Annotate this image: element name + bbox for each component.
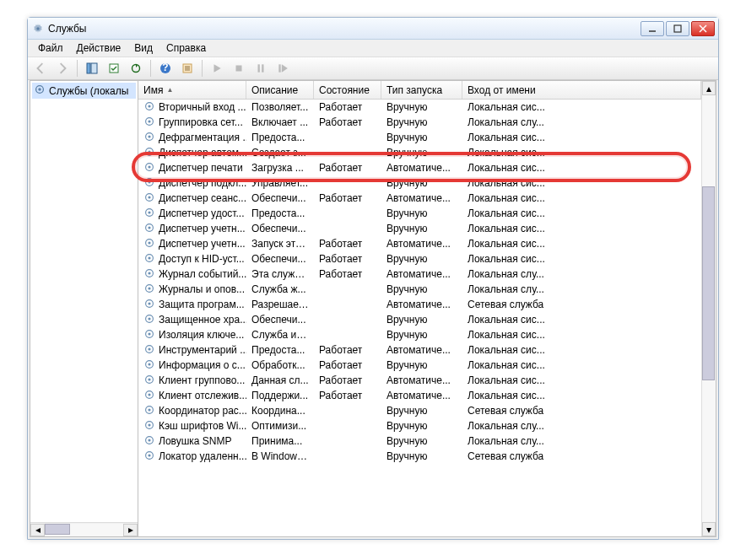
service-row[interactable]: Журнал событий...Эта служб...РаботаетАвт… xyxy=(138,267,701,282)
col-startup-type[interactable]: Тип запуска xyxy=(381,81,462,99)
maximize-button[interactable] xyxy=(666,21,689,36)
service-gear-icon xyxy=(143,358,155,373)
svg-point-34 xyxy=(148,196,150,198)
service-startup: Вручную xyxy=(381,132,462,143)
sidebar-hscroll[interactable]: ◂ ▸ xyxy=(30,522,138,536)
service-row[interactable]: Защищенное хра...Обеспечи...ВручнуюЛокал… xyxy=(138,312,701,327)
vertical-scrollbar[interactable]: ▴ ▾ xyxy=(701,81,716,536)
export-list-button[interactable] xyxy=(105,59,123,78)
service-name: Диспетчер печати xyxy=(159,162,243,174)
service-startup: Вручную xyxy=(381,405,462,417)
service-row[interactable]: Кэш шрифтов Wi...Оптимизи...ВручнуюЛокал… xyxy=(138,418,701,433)
service-row[interactable]: Изоляция ключе...Служба из...ВручнуюЛока… xyxy=(138,327,701,342)
service-startup: Вручную xyxy=(381,435,462,447)
scroll-left-icon[interactable]: ◂ xyxy=(30,524,45,536)
tree-root-services[interactable]: Службы (локалы xyxy=(32,83,136,99)
vscroll-thumb[interactable] xyxy=(702,186,715,380)
service-startup: Вручную xyxy=(381,450,462,462)
service-gear-icon xyxy=(143,161,155,175)
service-name: Инструментарий ... xyxy=(159,344,246,356)
service-logon: Сетевая служба xyxy=(462,299,701,310)
help-button[interactable]: ? xyxy=(156,59,175,78)
titlebar[interactable]: Службы xyxy=(28,18,718,40)
service-desc: Включает ... xyxy=(246,116,314,128)
service-row[interactable]: Дефрагментация ...Предоста...ВручнуюЛока… xyxy=(138,130,701,145)
service-row[interactable]: Клиент группово...Данная сл...РаботаетАв… xyxy=(138,373,701,388)
service-row[interactable]: Ловушка SNMPПринима...ВручнуюЛокальная с… xyxy=(138,433,701,449)
service-name: Диспетчер учетн... xyxy=(159,238,246,250)
service-gear-icon xyxy=(143,116,155,130)
svg-point-32 xyxy=(148,180,150,183)
service-desc: Предоста... xyxy=(246,207,314,219)
service-row[interactable]: Координатор рас...Координа...ВручнуюСете… xyxy=(138,403,701,418)
menu-action[interactable]: Действие xyxy=(70,40,128,57)
menu-file[interactable]: Файл xyxy=(31,40,70,57)
close-button[interactable] xyxy=(691,21,715,36)
tree-view[interactable]: Службы (локалы xyxy=(30,81,138,522)
service-row[interactable]: Защита програм...Разрешает...Автоматиче.… xyxy=(138,297,701,312)
service-desc: Обеспечи... xyxy=(246,314,314,326)
scroll-down-icon[interactable]: ▾ xyxy=(702,522,716,536)
service-row[interactable]: Диспетчер учетн...Обеспечи...ВручнуюЛока… xyxy=(138,221,701,236)
service-desc: Координа... xyxy=(246,405,314,417)
service-row[interactable]: Вторичный вход ...Позволяет...РаботаетВр… xyxy=(138,100,701,115)
service-row[interactable]: Клиент отслежив...Поддержи...РаботаетАвт… xyxy=(138,388,701,403)
service-row[interactable]: Информация о с...Обработк...РаботаетВруч… xyxy=(138,358,701,373)
service-row[interactable]: Доступ к HID-уст...Обеспечи...РаботаетВр… xyxy=(138,251,701,267)
service-list[interactable]: Вторичный вход ...Позволяет...РаботаетВр… xyxy=(138,100,701,536)
svg-point-68 xyxy=(148,454,150,456)
service-row[interactable]: Диспетчер подкл...Управляет...ВручнуюЛок… xyxy=(138,175,701,191)
service-status: Работает xyxy=(314,162,381,174)
properties-button[interactable] xyxy=(178,59,197,78)
service-name: Группировка сет... xyxy=(159,116,243,128)
service-name: Клиент отслежив... xyxy=(159,390,246,401)
toolbar: ? xyxy=(28,57,718,80)
service-logon: Локальная слу... xyxy=(462,116,701,128)
show-hide-tree-button[interactable] xyxy=(83,59,101,78)
svg-point-20 xyxy=(38,88,41,91)
service-startup: Вручную xyxy=(381,329,462,341)
service-row[interactable]: Локатор удаленн...В Windows...ВручнуюСет… xyxy=(138,449,701,464)
scroll-right-icon[interactable]: ▸ xyxy=(123,524,138,536)
refresh-button[interactable] xyxy=(127,59,145,78)
service-startup: Вручную xyxy=(381,147,462,159)
service-desc: Принима... xyxy=(246,435,314,447)
hscroll-thumb[interactable] xyxy=(45,524,70,535)
service-status: Работает xyxy=(314,116,381,128)
service-row[interactable]: Диспетчер сеанс...Обеспечи...РаботаетАвт… xyxy=(138,191,701,206)
service-gear-icon xyxy=(143,252,155,267)
separator-icon xyxy=(202,60,203,77)
service-startup: Вручную xyxy=(381,101,462,113)
content-body: Службы (локалы ◂ ▸ Имя▲ Описание Состоян… xyxy=(30,80,716,537)
service-status: Работает xyxy=(314,374,381,386)
service-status: Работает xyxy=(314,359,381,371)
menu-view[interactable]: Вид xyxy=(127,40,159,57)
svg-rect-5 xyxy=(87,63,90,73)
service-startup: Автоматиче... xyxy=(381,268,462,280)
service-name: Локатор удаленн... xyxy=(159,450,246,462)
col-logon-as[interactable]: Вход от имени xyxy=(462,81,701,99)
service-name: Изоляция ключе... xyxy=(159,329,244,341)
service-desc: Создает з... xyxy=(246,147,314,159)
service-row[interactable]: Диспетчер печатиЗагрузка ...РаботаетАвто… xyxy=(138,160,701,175)
service-row[interactable]: Диспетчер учетн...Запуск это...РаботаетА… xyxy=(138,236,701,251)
list-pane: Имя▲ Описание Состояние Тип запуска Вход… xyxy=(138,81,716,536)
service-logon: Локальная сис... xyxy=(462,390,701,401)
svg-point-38 xyxy=(148,226,150,229)
service-status: Работает xyxy=(314,390,381,401)
service-gear-icon xyxy=(143,434,155,449)
col-description[interactable]: Описание xyxy=(246,81,314,99)
col-name[interactable]: Имя▲ xyxy=(138,81,246,99)
svg-point-64 xyxy=(148,423,150,426)
menu-help[interactable]: Справка xyxy=(159,40,213,57)
minimize-button[interactable] xyxy=(641,21,664,36)
service-desc: Разрешает... xyxy=(246,299,314,310)
svg-point-30 xyxy=(148,165,150,168)
col-status[interactable]: Состояние xyxy=(314,81,381,99)
scroll-up-icon[interactable]: ▴ xyxy=(702,81,716,95)
service-row[interactable]: Диспетчер автом...Создает з...ВручнуюЛок… xyxy=(138,145,701,160)
service-row[interactable]: Инструментарий ...Предоста...РаботаетАвт… xyxy=(138,342,701,358)
service-row[interactable]: Группировка сет...Включает ...РаботаетВр… xyxy=(138,115,701,130)
service-row[interactable]: Диспетчер удост...Предоста...ВручнуюЛока… xyxy=(138,206,701,221)
service-row[interactable]: Журналы и опов...Служба ж...ВручнуюЛокал… xyxy=(138,282,701,297)
